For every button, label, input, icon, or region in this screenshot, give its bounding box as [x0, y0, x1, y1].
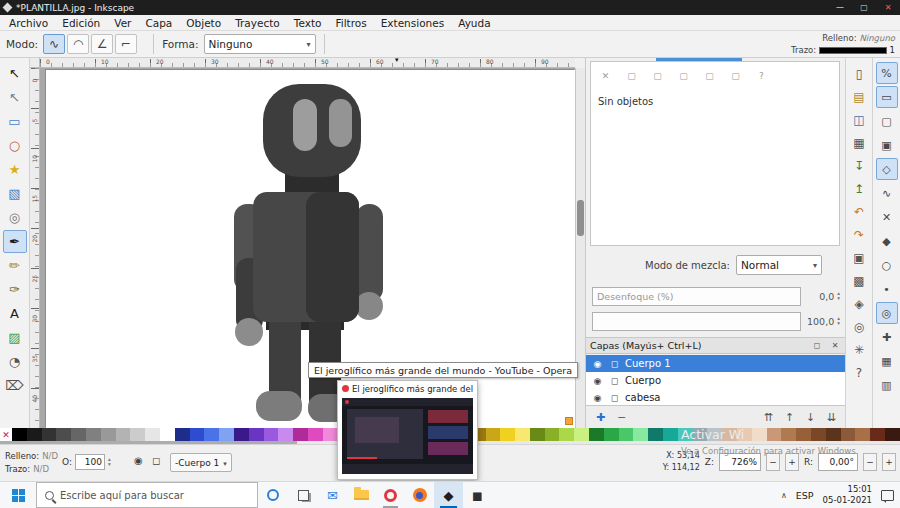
preferences-button[interactable]: ✳ [849, 340, 869, 360]
palette-swatch[interactable] [781, 428, 796, 441]
snap-bounding-box-button[interactable]: ▭ [876, 86, 898, 108]
palette-swatch[interactable] [101, 428, 116, 441]
redo-button[interactable]: ↷ [849, 225, 869, 245]
palette-swatch[interactable] [278, 428, 293, 441]
opera-tab-preview[interactable]: El jeroglífico más grande del m... [337, 380, 478, 480]
menu-capa[interactable]: Capa [138, 16, 179, 30]
add-layer-button[interactable]: ✚ [592, 409, 609, 426]
help-button[interactable]: ? [849, 363, 869, 383]
snap-object-centers-button[interactable]: ◎ [876, 302, 898, 324]
action-center-icon[interactable] [881, 490, 894, 501]
layer-lock-icon[interactable] [152, 455, 160, 466]
palette-swatch[interactable] [12, 428, 27, 441]
palette-swatch[interactable] [826, 428, 841, 441]
palette-swatch[interactable] [589, 428, 604, 441]
palette-swatch[interactable] [264, 428, 279, 441]
palette-swatch[interactable] [116, 428, 131, 441]
column-lock-icon[interactable]: ▢ [651, 69, 664, 82]
palette-swatch[interactable] [752, 428, 767, 441]
panel-float-icon[interactable]: ◻ [810, 339, 824, 352]
stroke-color-swatch[interactable] [819, 47, 886, 54]
taskbar-app-inkscape[interactable]: ◆ [434, 482, 463, 508]
palette-swatch[interactable] [86, 428, 101, 441]
visibility-icon[interactable]: ◉ [591, 359, 604, 369]
opacity-field[interactable]: 100 [75, 454, 105, 470]
palette-swatch[interactable] [190, 428, 205, 441]
snap-paths-button[interactable]: ∿ [876, 182, 898, 204]
horizontal-ruler[interactable]: 0102030405060708090 [40, 58, 575, 68]
save-document-button[interactable]: ◫ [849, 110, 869, 130]
palette-swatch[interactable] [145, 428, 160, 441]
snap-path-intersections-button[interactable]: ✕ [876, 206, 898, 228]
clock[interactable]: 15:01 05-01-2021 [823, 484, 872, 506]
scrollbar-thumb[interactable] [577, 200, 584, 236]
visibility-icon[interactable]: ◉ [591, 393, 604, 403]
zoom-drawing-button[interactable]: ◎ [849, 317, 869, 337]
no-color-swatch[interactable] [0, 428, 12, 441]
palette-swatch[interactable] [56, 428, 71, 441]
visibility-icon[interactable]: ◉ [591, 376, 604, 386]
palette-swatch[interactable] [249, 428, 264, 441]
taskbar-app-mail[interactable]: ✉ [318, 482, 347, 508]
lower-layer-button[interactable]: ↓ [802, 409, 819, 426]
palette-swatch[interactable] [885, 428, 900, 441]
box-3d-tool[interactable]: ▧ [3, 182, 27, 205]
palette-swatch[interactable] [545, 428, 560, 441]
objects-dismiss-icon[interactable]: ✕ [599, 69, 612, 82]
palette-swatch[interactable] [130, 428, 145, 441]
new-document-button[interactable]: ▯ [849, 64, 869, 84]
spin-down-icon[interactable] [108, 462, 111, 467]
snap-midpoints-button[interactable]: • [876, 278, 898, 300]
language-indicator[interactable]: ESP [796, 490, 814, 501]
panel-close-icon[interactable]: ✕ [828, 339, 842, 352]
mode-paraxial[interactable]: ⌐ [115, 34, 137, 54]
palette-swatch[interactable] [796, 428, 811, 441]
palette-swatch[interactable] [486, 428, 501, 441]
opacity-value[interactable]: 100,0 [801, 316, 834, 327]
palette-swatch[interactable] [175, 428, 190, 441]
palette-swatch[interactable] [515, 428, 530, 441]
taskbar-app-browser[interactable] [405, 482, 434, 508]
snap-toggle-button[interactable]: % [876, 62, 898, 84]
snap-bbox-corners-button[interactable]: ▣ [876, 134, 898, 156]
menu-trayecto[interactable]: Trayecto [228, 16, 287, 30]
snap-page-border-button[interactable]: ▥ [876, 374, 898, 396]
eraser-tool[interactable]: ⌦ [3, 374, 27, 397]
task-view-button[interactable] [288, 482, 318, 508]
star-tool[interactable]: ★ [3, 158, 27, 181]
taskbar-search[interactable]: Escribe aquí para buscar [36, 482, 258, 508]
export-button[interactable]: ↥ [849, 179, 869, 199]
blur-slider[interactable]: Desenfoque (%) [592, 287, 801, 306]
selector-tool[interactable]: ↖ [3, 62, 27, 85]
spin-down-icon[interactable] [837, 321, 840, 326]
print-button[interactable]: ▦ [849, 133, 869, 153]
snap-rotation-centers-button[interactable]: ✚ [876, 326, 898, 348]
dropper-tool[interactable]: ◔ [3, 350, 27, 373]
palette-swatch[interactable] [604, 428, 619, 441]
calligraphy-tool[interactable]: ✑ [3, 278, 27, 301]
import-button[interactable]: ↧ [849, 156, 869, 176]
cortana-button[interactable] [258, 482, 288, 508]
rectangle-tool[interactable]: ▭ [3, 110, 27, 133]
fill-value[interactable]: Ninguno [860, 33, 895, 43]
palette-swatch[interactable] [71, 428, 86, 441]
palette-swatch[interactable] [574, 428, 589, 441]
palette-swatch[interactable] [219, 428, 234, 441]
layer-row[interactable]: ◉◻Cuerpo 1 [586, 355, 846, 372]
gradient-tool[interactable]: ▨ [3, 326, 27, 349]
lock-icon[interactable]: ◻ [608, 393, 621, 403]
palette-swatch[interactable] [559, 428, 574, 441]
shape-dropdown[interactable]: Ninguno [204, 34, 316, 54]
taskbar-app-file-explorer[interactable] [347, 482, 376, 508]
palette-swatch[interactable] [811, 428, 826, 441]
snap-bbox-edges-button[interactable]: ▢ [876, 110, 898, 132]
palette-swatch[interactable] [308, 428, 323, 441]
layer-row[interactable]: ◉◻cabesa [586, 389, 846, 405]
snap-grids-button[interactable]: ▦ [876, 350, 898, 372]
lower-layer-bottom-button[interactable]: ⇊ [823, 409, 840, 426]
snap-smooth-nodes-button[interactable]: ○ [876, 254, 898, 276]
tab-thumbnail[interactable] [342, 398, 473, 474]
taskbar-app-photo-editor[interactable]: ◼ [463, 482, 492, 508]
palette-swatch[interactable] [42, 428, 57, 441]
open-document-button[interactable]: ▤ [849, 87, 869, 107]
